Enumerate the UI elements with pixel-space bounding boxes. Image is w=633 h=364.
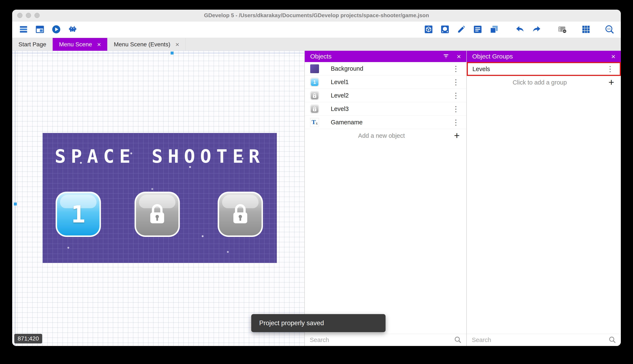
- scene-handle-top[interactable]: [171, 52, 174, 54]
- redo-arrow-icon: [532, 24, 541, 35]
- level1-thumbnail-icon: 1: [310, 78, 319, 86]
- level2-button-object[interactable]: [135, 192, 180, 237]
- toggle-grid-button[interactable]: [580, 24, 591, 35]
- save-toast: Project properly saved: [251, 314, 386, 332]
- objects-panel-close-button[interactable]: ×: [457, 53, 461, 60]
- scene-left-border: [15, 51, 15, 346]
- zoom-ratio-label: 1:1: [607, 28, 610, 30]
- export-cube-icon: [424, 24, 433, 35]
- object-groups-panel: Object Groups × Levels ⋮ Click to add a …: [466, 51, 621, 346]
- pencil-icon: [457, 24, 466, 35]
- edit-scene-button[interactable]: [456, 24, 467, 35]
- debug-bug-icon: [68, 24, 78, 35]
- tab-menu-scene[interactable]: Menu Scene ×: [53, 38, 107, 51]
- grid-icon: [581, 24, 591, 35]
- objects-filter-button[interactable]: [442, 53, 450, 60]
- object-menu-ellipsis-icon[interactable]: ⋮: [451, 92, 461, 100]
- project-manager-button[interactable]: [18, 24, 29, 35]
- layers-icon: [489, 24, 499, 35]
- stars-decoration: [43, 133, 44, 134]
- level2-thumbnail-icon: [310, 91, 319, 100]
- zoom-window-button[interactable]: [35, 13, 40, 18]
- objects-panel-header: Objects ×: [305, 51, 466, 62]
- lock-icon: [147, 202, 168, 226]
- extensions-cube-icon: [440, 24, 450, 35]
- close-window-button[interactable]: [17, 13, 23, 18]
- object-name: Background: [331, 65, 451, 72]
- object-row-level3[interactable]: Level3 ⋮: [305, 102, 466, 116]
- window-title: GDevelop 5 - /Users/dkarakay/Documents/G…: [12, 12, 621, 19]
- object-menu-ellipsis-icon[interactable]: ⋮: [451, 119, 461, 126]
- export-button[interactable]: [423, 24, 434, 35]
- content-area: SPACE SHOOTER 1 871;420 Objects: [12, 51, 621, 346]
- groups-search-input[interactable]: [471, 336, 606, 344]
- scene-canvas[interactable]: SPACE SHOOTER 1 871;420: [12, 51, 304, 346]
- title-bar: GDevelop 5 - /Users/dkarakay/Documents/G…: [12, 10, 621, 22]
- undo-arrow-icon: [515, 24, 525, 35]
- tab-start-page[interactable]: Start Page: [12, 38, 53, 51]
- debug-preview-button[interactable]: [67, 24, 78, 35]
- object-menu-ellipsis-icon[interactable]: ⋮: [451, 65, 461, 72]
- object-name: Level2: [331, 92, 451, 99]
- object-row-level2[interactable]: Level2 ⋮: [305, 89, 466, 102]
- search-icon: [608, 336, 616, 344]
- redo-button[interactable]: [531, 24, 542, 35]
- background-object[interactable]: SPACE SHOOTER 1: [43, 133, 277, 263]
- object-row-gamename[interactable]: Tx Gamename ⋮: [305, 116, 466, 129]
- object-groups-panel-header: Object Groups ×: [467, 51, 621, 62]
- objects-search-input[interactable]: [309, 336, 451, 344]
- undo-button[interactable]: [515, 24, 526, 35]
- toolbar-right-group: 1:1: [423, 24, 615, 35]
- app-window: GDevelop 5 - /Users/dkarakay/Documents/G…: [12, 10, 621, 346]
- tab-menu-scene-events[interactable]: Menu Scene (Events) ×: [107, 38, 186, 51]
- objects-search-row: [305, 334, 466, 346]
- tab-label: Menu Scene: [59, 41, 92, 48]
- scene-handle-left[interactable]: [14, 202, 17, 206]
- object-groups-panel-close-button[interactable]: ×: [611, 53, 615, 60]
- tab-label: Start Page: [19, 41, 46, 48]
- minimize-window-button[interactable]: [26, 13, 31, 18]
- level3-thumbnail-icon: [310, 105, 319, 114]
- main-toolbar: 1:1: [12, 22, 621, 38]
- search-icon: [454, 336, 462, 344]
- text-object-thumbnail-icon: Tx: [310, 118, 319, 127]
- add-new-object-label: Add a new object: [310, 132, 453, 139]
- tab-close-icon[interactable]: ×: [97, 41, 101, 48]
- tab-label: Menu Scene (Events): [114, 41, 170, 48]
- group-row-levels-highlighted[interactable]: Levels ⋮: [467, 62, 621, 76]
- object-groups-panel-title: Object Groups: [472, 53, 611, 60]
- open-scene-button[interactable]: [35, 24, 45, 35]
- window-controls: [12, 13, 40, 18]
- scene-top-border: [12, 53, 304, 53]
- object-row-background[interactable]: Background ⋮: [305, 62, 466, 76]
- add-group-plus-icon[interactable]: +: [607, 78, 615, 87]
- add-group-label: Click to add a group: [472, 79, 607, 86]
- objects-panel-title: Objects: [310, 53, 442, 60]
- cursor-coordinates-badge: 871;420: [14, 334, 42, 344]
- add-group-row[interactable]: Click to add a group +: [467, 76, 621, 89]
- add-new-object-row[interactable]: Add a new object +: [305, 129, 466, 142]
- object-menu-ellipsis-icon[interactable]: ⋮: [451, 78, 461, 86]
- toggle-mask-button[interactable]: [557, 24, 568, 35]
- project-manager-icon: [19, 24, 28, 35]
- level1-button-object[interactable]: 1: [56, 192, 101, 237]
- play-icon: [52, 24, 61, 35]
- layers-button[interactable]: [489, 24, 499, 35]
- object-name: Level1: [331, 79, 451, 86]
- properties-list-icon: [473, 24, 483, 35]
- add-object-plus-icon[interactable]: +: [453, 131, 461, 140]
- play-preview-button[interactable]: [51, 24, 62, 35]
- group-name: Levels: [472, 66, 605, 72]
- filter-icon: [442, 53, 450, 60]
- extensions-button[interactable]: [440, 24, 450, 35]
- game-title-object[interactable]: SPACE SHOOTER: [43, 146, 277, 167]
- zoom-magnifier-icon: 1:1: [605, 24, 614, 35]
- object-menu-ellipsis-icon[interactable]: ⋮: [451, 105, 461, 113]
- tab-close-icon[interactable]: ×: [175, 41, 179, 48]
- object-row-level1[interactable]: 1 Level1 ⋮: [305, 76, 466, 89]
- zoom-reset-button[interactable]: 1:1: [604, 24, 615, 35]
- level3-button-object[interactable]: [218, 192, 263, 237]
- scene-properties-button[interactable]: [472, 24, 483, 35]
- group-menu-ellipsis-icon[interactable]: ⋮: [605, 65, 615, 73]
- tab-bar: Start Page Menu Scene × Menu Scene (Even…: [12, 38, 621, 51]
